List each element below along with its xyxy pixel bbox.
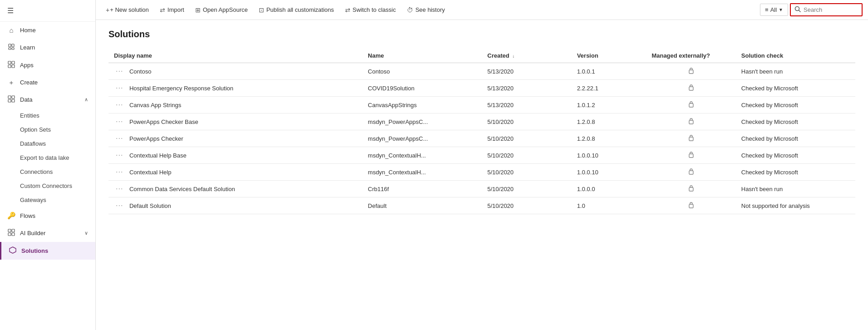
table-row[interactable]: ··· Default Solution Default 5/10/2020 1… bbox=[108, 197, 855, 214]
cell-solution-check: Not supported for analysis bbox=[736, 197, 855, 214]
history-icon: ⏱ bbox=[407, 6, 413, 14]
plus-icon: + bbox=[106, 6, 109, 14]
table-row[interactable]: ··· PowerApps Checker Base msdyn_PowerAp… bbox=[108, 113, 855, 130]
table-row[interactable]: ··· PowerApps Checker msdyn_PowerAppsC..… bbox=[108, 130, 855, 147]
cell-solution-check: Hasn't been run bbox=[736, 63, 855, 80]
sidebar-item-dataflows[interactable]: Dataflows bbox=[20, 137, 95, 151]
sidebar-item-label: Home bbox=[20, 27, 36, 34]
cell-created: 5/10/2020 bbox=[482, 147, 572, 164]
switch-classic-button[interactable]: ⇄ Switch to classic bbox=[340, 4, 400, 16]
new-solution-button[interactable]: + + New solution bbox=[101, 4, 153, 16]
import-icon: ⇄ bbox=[160, 6, 165, 14]
svg-rect-10 bbox=[8, 99, 11, 102]
row-options-icon[interactable]: ··· bbox=[114, 168, 125, 176]
open-appsource-button[interactable]: ⊞ Open AppSource bbox=[191, 4, 252, 16]
sidebar-item-flows[interactable]: 🔑 Flows bbox=[0, 207, 95, 224]
svg-rect-26 bbox=[689, 187, 693, 191]
cell-solution-check: Checked by Microsoft bbox=[736, 113, 855, 130]
header-created[interactable]: Created ↓ bbox=[482, 49, 572, 63]
flows-icon: 🔑 bbox=[7, 212, 15, 220]
sidebar-item-home[interactable]: ⌂ Home bbox=[0, 22, 95, 39]
solutions-table: Display name Name Created ↓ Version Mana… bbox=[108, 49, 855, 214]
cell-display-name: ··· PowerApps Checker Base bbox=[108, 113, 362, 130]
ai-builder-icon bbox=[7, 229, 15, 237]
hamburger-icon[interactable]: ☰ bbox=[7, 6, 14, 15]
sidebar-item-apps[interactable]: Apps bbox=[0, 56, 95, 74]
ai-left: AI Builder bbox=[7, 229, 45, 237]
filter-lines-icon: ≡ bbox=[765, 6, 769, 13]
publish-all-button[interactable]: ⊡ Publish all customizations bbox=[254, 4, 339, 16]
cell-managed bbox=[646, 147, 735, 164]
sidebar-item-create[interactable]: + Create bbox=[0, 74, 95, 91]
svg-rect-13 bbox=[12, 229, 15, 232]
search-input[interactable] bbox=[804, 6, 858, 13]
row-options-icon[interactable]: ··· bbox=[114, 118, 125, 125]
sidebar-item-solutions[interactable]: Solutions bbox=[0, 242, 95, 260]
sidebar-item-label: Flows bbox=[20, 212, 35, 219]
table-row[interactable]: ··· Contextual Help msdyn_ContextualH...… bbox=[108, 164, 855, 181]
sidebar-item-data[interactable]: Data ∧ bbox=[0, 91, 95, 108]
cell-solution-check: Checked by Microsoft bbox=[736, 164, 855, 181]
cell-solution-check: Checked by Microsoft bbox=[736, 130, 855, 147]
sidebar-item-option-sets[interactable]: Option Sets bbox=[20, 123, 95, 137]
header-display-name[interactable]: Display name bbox=[108, 49, 362, 63]
cell-name: Default bbox=[362, 197, 482, 214]
row-options-icon[interactable]: ··· bbox=[114, 101, 125, 108]
table-body: ··· Contoso Contoso 5/13/2020 1.0.0.1 Ha… bbox=[108, 63, 855, 214]
header-managed[interactable]: Managed externally? bbox=[646, 49, 735, 63]
table-row[interactable]: ··· Hospital Emergency Response Solution… bbox=[108, 80, 855, 97]
cell-managed bbox=[646, 164, 735, 181]
cell-managed bbox=[646, 197, 735, 214]
home-icon: ⌂ bbox=[7, 26, 15, 34]
row-options-icon[interactable]: ··· bbox=[114, 134, 125, 142]
content-area: Solutions Display name Name Created ↓ Ve… bbox=[96, 20, 868, 330]
header-solution-check[interactable]: Solution check bbox=[736, 49, 855, 63]
svg-rect-8 bbox=[8, 96, 11, 99]
search-box[interactable] bbox=[790, 3, 863, 16]
svg-rect-11 bbox=[12, 99, 15, 102]
data-icon bbox=[7, 95, 15, 104]
cell-version: 1.2.0.8 bbox=[572, 113, 646, 130]
see-history-button[interactable]: ⏱ See history bbox=[402, 4, 449, 16]
sidebar-item-export-data-lake[interactable]: Export to data lake bbox=[20, 151, 95, 165]
row-options-icon[interactable]: ··· bbox=[114, 67, 125, 75]
solutions-icon bbox=[9, 246, 17, 255]
table-row[interactable]: ··· Common Data Services Default Solutio… bbox=[108, 181, 855, 197]
row-options-icon[interactable]: ··· bbox=[114, 151, 125, 159]
ai-builder-chevron-icon: ∨ bbox=[84, 230, 88, 236]
lock-icon bbox=[688, 202, 694, 210]
cell-created: 5/13/2020 bbox=[482, 97, 572, 113]
sidebar-item-custom-connectors[interactable]: Custom Connectors bbox=[20, 179, 95, 193]
svg-rect-22 bbox=[689, 120, 693, 124]
cell-managed bbox=[646, 130, 735, 147]
table-row[interactable]: ··· Contoso Contoso 5/13/2020 1.0.0.1 Ha… bbox=[108, 63, 855, 80]
svg-rect-25 bbox=[689, 171, 693, 174]
cell-name: COVID19Solution bbox=[362, 80, 482, 97]
svg-rect-23 bbox=[689, 137, 693, 141]
sidebar-item-learn[interactable]: Learn bbox=[0, 39, 95, 56]
svg-rect-7 bbox=[12, 65, 15, 68]
sidebar-item-entities[interactable]: Entities bbox=[20, 108, 95, 123]
cell-version: 1.0 bbox=[572, 197, 646, 214]
search-icon bbox=[794, 6, 801, 14]
row-options-icon[interactable]: ··· bbox=[114, 202, 125, 209]
lock-icon bbox=[688, 85, 694, 92]
sidebar-item-ai-builder[interactable]: AI Builder ∨ bbox=[0, 224, 95, 242]
table-row[interactable]: ··· Contextual Help Base msdyn_Contextua… bbox=[108, 147, 855, 164]
cell-solution-check: Checked by Microsoft bbox=[736, 80, 855, 97]
svg-rect-6 bbox=[8, 65, 11, 68]
import-button[interactable]: ⇄ Import bbox=[155, 4, 189, 16]
row-options-icon[interactable]: ··· bbox=[114, 185, 125, 192]
sidebar-data-submenu: Entities Option Sets Dataflows Export to… bbox=[0, 108, 95, 207]
row-options-icon[interactable]: ··· bbox=[114, 84, 125, 92]
table-row[interactable]: ··· Canvas App Strings CanvasAppStrings … bbox=[108, 97, 855, 113]
sidebar-item-connections[interactable]: Connections bbox=[20, 165, 95, 179]
filter-all-button[interactable]: ≡ All ▼ bbox=[760, 4, 788, 16]
cell-name: msdyn_ContextualH... bbox=[362, 147, 482, 164]
header-name[interactable]: Name bbox=[362, 49, 482, 63]
sidebar-item-gateways[interactable]: Gateways bbox=[20, 193, 95, 207]
sidebar-item-label: Solutions bbox=[21, 247, 48, 254]
header-version[interactable]: Version bbox=[572, 49, 646, 63]
cell-display-name: ··· Canvas App Strings bbox=[108, 97, 362, 113]
switch-icon: ⇄ bbox=[345, 6, 350, 14]
